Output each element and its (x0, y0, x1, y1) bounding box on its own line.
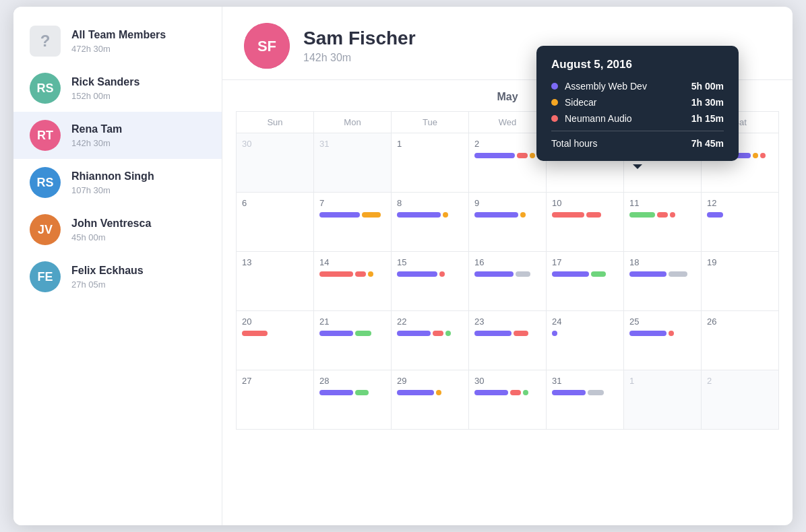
cal-cell-1-3[interactable]: 9 (469, 193, 547, 252)
user-avatar: SF (244, 23, 290, 69)
dot-orange (368, 271, 373, 277)
sidebar-item-3[interactable]: RS Rhiannon Singh 107h 30m (13, 159, 222, 206)
bar-row (474, 331, 540, 336)
bar-gray (669, 271, 687, 277)
bar-row (319, 331, 385, 336)
cal-cell-4-4[interactable]: 31 (547, 370, 624, 430)
sidebar-item-2[interactable]: RT Rena Tam 142h 30m (13, 112, 222, 159)
dot-orange (443, 212, 448, 218)
cal-cell-0-0[interactable]: 30 (237, 133, 314, 193)
cal-cell-3-3[interactable]: 23 (469, 311, 547, 370)
cal-cell-1-4[interactable]: 10 (547, 193, 624, 252)
sidebar-hours: 152h 00m (71, 91, 206, 101)
bar-purple (474, 153, 515, 158)
cal-bars (474, 212, 540, 218)
cal-date: 17 (552, 257, 618, 267)
bar-green (629, 212, 655, 218)
cal-date: 23 (474, 317, 540, 327)
bar-pink (433, 331, 443, 336)
sidebar-item-5[interactable]: FE Felix Eckhaus 27h 05m (13, 253, 222, 300)
cal-cell-1-6[interactable]: 12 (702, 193, 779, 252)
cal-cell-2-6[interactable]: 19 (702, 252, 779, 311)
cal-date: 27 (242, 376, 308, 386)
cal-date: 11 (629, 198, 695, 208)
sidebar-item-0[interactable]: ? All Team Members 472h 30m (13, 18, 222, 65)
sidebar-item-1[interactable]: RS Rick Sanders 152h 00m (13, 65, 222, 112)
bar-row (397, 212, 463, 218)
cal-cell-1-5[interactable]: 11 (624, 193, 702, 252)
cal-cell-4-1[interactable]: 28 (314, 370, 392, 430)
cal-cell-3-1[interactable]: 21 (314, 311, 392, 370)
bar-purple (397, 390, 434, 395)
bar-purple (397, 331, 431, 336)
bar-purple (474, 271, 514, 277)
cal-cell-4-0[interactable]: 27 (237, 370, 314, 430)
user-name: Sam Fischer (303, 28, 416, 49)
cal-date: 22 (397, 317, 463, 327)
cal-date: 10 (552, 198, 618, 208)
bar-row (319, 212, 385, 218)
cal-cell-3-2[interactable]: 22 (392, 311, 469, 370)
cal-date: 9 (474, 198, 540, 208)
avatar: JV (30, 214, 61, 245)
cal-cell-1-2[interactable]: 8 (392, 193, 469, 252)
cal-cell-4-5[interactable]: 1 (624, 370, 702, 430)
cal-cell-4-2[interactable]: 29 (392, 370, 469, 430)
sidebar-hours: 472h 30m (71, 44, 206, 54)
cal-date: 15 (397, 257, 463, 267)
bar-gray (588, 390, 604, 395)
bar-pink (319, 271, 353, 277)
cal-cell-0-3[interactable]: 2 (469, 133, 547, 193)
bar-orange (362, 212, 381, 218)
bar-pink (517, 153, 528, 158)
cal-cell-3-0[interactable]: 20 (237, 311, 314, 370)
tooltip-row: Sidecar 1h 30m (551, 97, 724, 108)
dot-orange (753, 153, 758, 158)
cal-cell-3-4[interactable]: 24 (547, 311, 624, 370)
bar-pink (355, 271, 366, 277)
sidebar-name: Rhiannon Singh (71, 170, 206, 184)
cal-date: 29 (397, 376, 463, 386)
cal-cell-1-1[interactable]: 7 (314, 193, 392, 252)
cal-date: 16 (474, 257, 540, 267)
cal-cell-2-4[interactable]: 17 (547, 252, 624, 311)
bar-row (474, 212, 540, 218)
cal-cell-3-5[interactable]: 25 (624, 311, 702, 370)
bar-purple (629, 271, 666, 277)
bar-purple (397, 271, 437, 277)
sidebar-hours: 45h 00m (71, 232, 206, 242)
avatar: RT (30, 120, 61, 151)
dot-orange (436, 390, 441, 395)
dot-pink (439, 271, 445, 277)
cal-bars (474, 153, 540, 158)
bar-row (552, 271, 618, 277)
cal-cell-2-1[interactable]: 14 (314, 252, 392, 311)
cal-bars (242, 331, 308, 336)
cal-cell-3-6[interactable]: 26 (702, 311, 779, 370)
cal-cell-2-5[interactable]: 18 (624, 252, 702, 311)
bar-row (397, 390, 463, 395)
bar-row (629, 271, 695, 277)
cal-cell-4-3[interactable]: 30 (469, 370, 547, 430)
bar-row (552, 212, 618, 218)
cal-cell-0-2[interactable]: 1 (392, 133, 469, 193)
cal-cell-2-2[interactable]: 15 (392, 252, 469, 311)
app-container: ? All Team Members 472h 30m RS Rick Sand… (13, 7, 793, 525)
cal-bars (707, 212, 773, 218)
bar-pink (552, 212, 584, 218)
cal-bars (552, 390, 618, 395)
cal-cell-2-0[interactable]: 13 (237, 252, 314, 311)
tooltip-time: 1h 15m (691, 113, 724, 124)
cal-date: 30 (474, 376, 540, 386)
bar-row (397, 271, 463, 277)
cal-bars (629, 331, 695, 336)
sidebar-hours: 27h 05m (71, 279, 206, 290)
bar-purple (552, 271, 589, 277)
svg-text:SF: SF (257, 38, 276, 55)
avatar: RS (30, 167, 61, 198)
cal-cell-2-3[interactable]: 16 (469, 252, 547, 311)
cal-cell-4-6[interactable]: 2 (702, 370, 779, 430)
cal-cell-0-1[interactable]: 31 (314, 133, 392, 193)
cal-cell-1-0[interactable]: 6 (237, 193, 314, 252)
sidebar-item-4[interactable]: JV John Ventresca 45h 00m (13, 206, 222, 253)
